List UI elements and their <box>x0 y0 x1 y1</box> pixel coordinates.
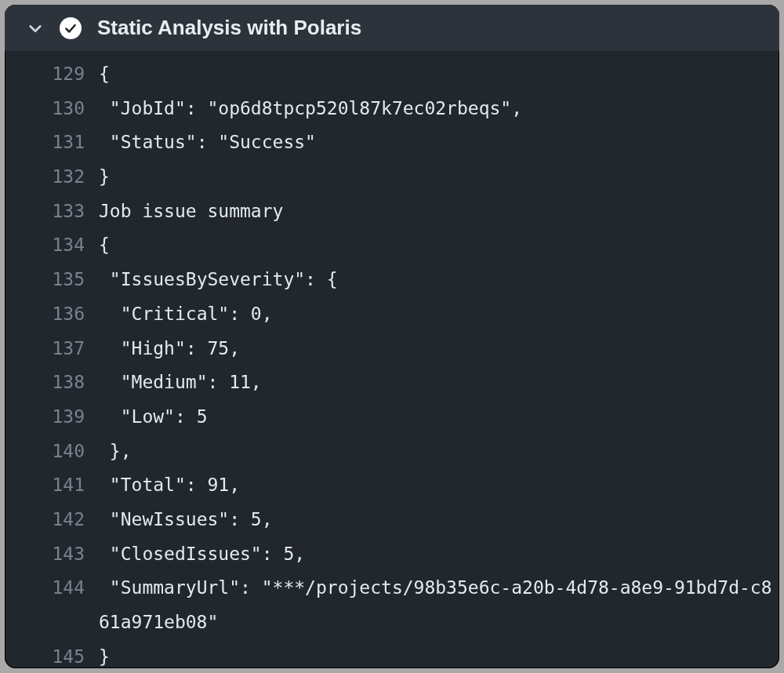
log-text: } <box>99 640 779 668</box>
line-number: 142 <box>5 503 99 537</box>
log-line: 135 "IssuesBySeverity": { <box>5 263 779 297</box>
log-text: "Low": 5 <box>99 400 779 435</box>
log-text: } <box>99 160 779 195</box>
log-line: 138 "Medium": 11, <box>5 366 779 400</box>
log-text: { <box>99 57 779 92</box>
chevron-down-icon[interactable] <box>27 20 44 37</box>
line-number: 141 <box>5 468 99 503</box>
line-number: 134 <box>5 228 99 263</box>
log-text: "Critical": 0, <box>99 297 779 332</box>
line-number: 132 <box>5 160 99 195</box>
log-line: 139 "Low": 5 <box>5 400 779 435</box>
log-line: 130 "JobId": "op6d8tpcp520l87k7ec02rbeqs… <box>5 92 779 126</box>
check-circle-icon <box>60 17 82 39</box>
log-line: 144 "SummaryUrl": "***/projects/98b35e6c… <box>5 571 779 639</box>
log-text: "IssuesBySeverity": { <box>99 263 779 297</box>
log-line: 143 "ClosedIssues": 5, <box>5 537 779 572</box>
log-text: "JobId": "op6d8tpcp520l87k7ec02rbeqs", <box>99 92 779 126</box>
log-line: 142 "NewIssues": 5, <box>5 503 779 537</box>
line-number: 130 <box>5 92 99 126</box>
log-line: 137 "High": 75, <box>5 332 779 366</box>
line-number: 129 <box>5 57 99 92</box>
log-line: 145} <box>5 640 779 668</box>
log-line: 134{ <box>5 228 779 263</box>
line-number: 144 <box>5 571 99 606</box>
log-text: "High": 75, <box>99 332 779 366</box>
step-title: Static Analysis with Polaris <box>97 16 361 40</box>
log-line: 141 "Total": 91, <box>5 468 779 503</box>
line-number: 139 <box>5 400 99 435</box>
line-number: 137 <box>5 332 99 366</box>
log-output[interactable]: 129{130 "JobId": "op6d8tpcp520l87k7ec02r… <box>5 51 779 668</box>
line-number: 145 <box>5 640 99 668</box>
log-text: }, <box>99 435 779 469</box>
log-text: "Medium": 11, <box>99 366 779 400</box>
line-number: 140 <box>5 435 99 469</box>
log-panel: Static Analysis with Polaris 129{130 "Jo… <box>5 5 779 668</box>
log-text: "Total": 91, <box>99 468 779 503</box>
log-text: { <box>99 228 779 263</box>
line-number: 131 <box>5 126 99 160</box>
line-number: 143 <box>5 537 99 572</box>
step-header[interactable]: Static Analysis with Polaris <box>5 5 779 51</box>
log-line: 133Job issue summary <box>5 195 779 229</box>
line-number: 133 <box>5 195 99 229</box>
line-number: 135 <box>5 263 99 297</box>
log-line: 131 "Status": "Success" <box>5 126 779 160</box>
log-text: "NewIssues": 5, <box>99 503 779 537</box>
log-text: "SummaryUrl": "***/projects/98b35e6c-a20… <box>99 571 779 639</box>
line-number: 136 <box>5 297 99 332</box>
log-text: Job issue summary <box>99 195 779 229</box>
log-text: "ClosedIssues": 5, <box>99 537 779 572</box>
log-text: "Status": "Success" <box>99 126 779 160</box>
log-line: 136 "Critical": 0, <box>5 297 779 332</box>
log-line: 132} <box>5 160 779 195</box>
log-line: 140 }, <box>5 435 779 469</box>
line-number: 138 <box>5 366 99 400</box>
log-line: 129{ <box>5 57 779 92</box>
